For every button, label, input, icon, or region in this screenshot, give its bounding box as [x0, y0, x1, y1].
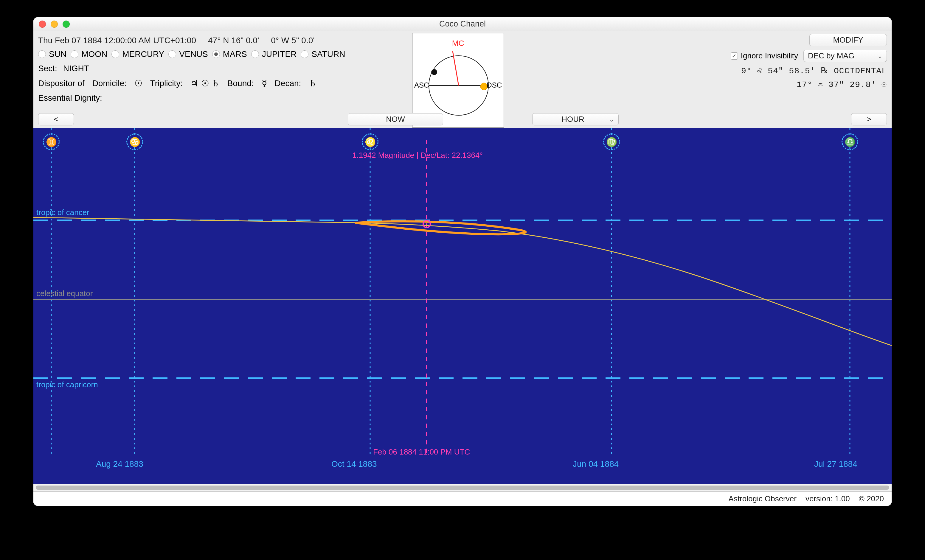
triplicity-label: Triplicity:	[150, 79, 183, 88]
horizontal-scrollbar[interactable]	[33, 484, 892, 491]
cursor-datetime: Feb 06 1884 11:00 PM UTC	[373, 447, 470, 457]
dec-mode-value: DEC by MAG	[808, 51, 854, 60]
window-title: Coco Chanel	[33, 20, 892, 29]
planet-radio-mercury[interactable]: MERCURY	[111, 50, 164, 59]
step-value: HOUR	[537, 115, 609, 124]
position-readout-2: 17° ♒ 37" 29.8' ☉	[797, 79, 887, 89]
tropic-cancer-label: tropic of cancer	[36, 208, 89, 217]
tropic-capricorn-label: tropic of capricorn	[36, 380, 98, 389]
status-bar: Astrologic Observer version: 1.00 © 2020	[33, 491, 892, 506]
x-tick: Aug 24 1883	[96, 459, 143, 469]
header-panel: Thu Feb 07 1884 12:00:00 AM UTC+01:00 47…	[33, 31, 892, 128]
mc-label: MC	[413, 39, 504, 48]
latitude-text: 47° N 16" 0.0'	[208, 36, 259, 45]
zodiac-icon: ♊	[43, 134, 60, 150]
essential-label: Essential Dignity:	[38, 93, 102, 103]
x-tick: Jul 27 1884	[814, 459, 857, 469]
chevron-down-icon: ⌄	[877, 53, 882, 60]
ignore-invisibility-check[interactable]: ✓ Ignore Invisibility	[731, 51, 798, 60]
planet-radio-mars[interactable]: MARS	[212, 50, 247, 59]
check-icon: ✓	[731, 53, 738, 60]
domicile-glyph: ☉	[134, 78, 142, 89]
decan-glyph: ♄	[309, 78, 317, 89]
position-readout-1: 9° ♌ 54" 58.5' ℞ OCCIDENTAL	[741, 66, 887, 76]
version-text: version: 1.00	[806, 494, 850, 503]
radio-icon	[169, 50, 176, 58]
nav-row: < NOW HOUR ⌄ >	[38, 113, 887, 125]
window-controls	[39, 21, 70, 28]
planet-radio-saturn[interactable]: SATURN	[301, 50, 345, 59]
radio-icon	[212, 50, 220, 58]
svg-line-2	[453, 51, 459, 86]
radio-icon	[71, 50, 78, 58]
declination-chart[interactable]: ♊ ♋ ♌ ♍ ♎ 1.1942 Magnitude | Dec/Lat: 22…	[33, 128, 892, 484]
triplicity-glyphs: ♃ ☉ ♄	[190, 78, 220, 89]
dec-mode-select[interactable]: DEC by MAG ⌄	[803, 50, 887, 62]
planet-radio-moon[interactable]: MOON	[71, 50, 107, 59]
equator-label: celestial equator	[36, 289, 93, 298]
planet-radio-label: SATURN	[312, 50, 345, 59]
decan-label: Decan:	[275, 79, 301, 88]
x-tick: Jun 04 1884	[573, 459, 619, 469]
cursor-readout: 1.1942 Magnitude | Dec/Lat: 22.1364°	[352, 151, 483, 160]
step-select[interactable]: HOUR ⌄	[532, 113, 619, 125]
planet-radio-sun[interactable]: SUN	[38, 50, 66, 59]
planet-radio-jupiter[interactable]: JUPITER	[251, 50, 297, 59]
chevron-down-icon: ⌄	[609, 116, 614, 123]
x-tick: Oct 14 1883	[331, 459, 377, 469]
radio-icon	[111, 50, 119, 58]
copyright-text: © 2020	[859, 494, 884, 503]
titlebar: Coco Chanel	[33, 17, 892, 31]
scrollbar-thumb[interactable]	[36, 486, 889, 490]
planet-radio-venus[interactable]: VENUS	[169, 50, 208, 59]
chart-svg	[33, 128, 892, 474]
planet-radio-label: MOON	[81, 50, 107, 59]
close-icon[interactable]	[39, 21, 46, 28]
right-controls: MODIFY ✓ Ignore Invisibility DEC by MAG …	[731, 34, 887, 89]
planet-radio-label: MERCURY	[122, 50, 164, 59]
zoom-icon[interactable]	[63, 21, 70, 28]
zodiac-icon: ♍	[603, 134, 620, 150]
domicile-label: Domicile:	[92, 79, 127, 88]
datetime-text: Thu Feb 07 1884 12:00:00 AM UTC+01:00	[38, 36, 196, 45]
radio-icon	[301, 50, 309, 58]
bound-label: Bound:	[227, 79, 254, 88]
dsc-label: DSC	[487, 81, 502, 89]
now-button[interactable]: NOW	[348, 113, 443, 125]
asc-label: ASC	[414, 81, 429, 89]
app-name: Astrologic Observer	[729, 494, 797, 503]
zodiac-icon: ♎	[842, 134, 858, 150]
radio-icon	[38, 50, 46, 58]
svg-point-3	[431, 69, 437, 75]
zodiac-icon: ♋	[127, 134, 143, 150]
minimize-icon[interactable]	[51, 21, 58, 28]
dispositor-label: Dispositor of	[38, 79, 84, 88]
planet-radio-label: SUN	[49, 50, 66, 59]
planet-radio-label: MARS	[223, 50, 247, 59]
ignore-invisibility-label: Ignore Invisibility	[741, 51, 798, 60]
planet-radio-label: VENUS	[179, 50, 208, 59]
sect-label: Sect:	[38, 64, 57, 73]
planet-radio-label: JUPITER	[262, 50, 297, 59]
prev-button[interactable]: <	[38, 113, 74, 125]
app-window: Coco Chanel Thu Feb 07 1884 12:00:00 AM …	[33, 17, 892, 506]
radio-icon	[251, 50, 259, 58]
sect-value: NIGHT	[63, 64, 89, 73]
longitude-text: 0° W 5" 0.0'	[271, 36, 314, 45]
zodiac-icon: ♌	[362, 134, 378, 150]
modify-button[interactable]: MODIFY	[809, 34, 887, 46]
bound-glyph: ☿	[262, 78, 267, 89]
next-button[interactable]: >	[851, 113, 887, 125]
